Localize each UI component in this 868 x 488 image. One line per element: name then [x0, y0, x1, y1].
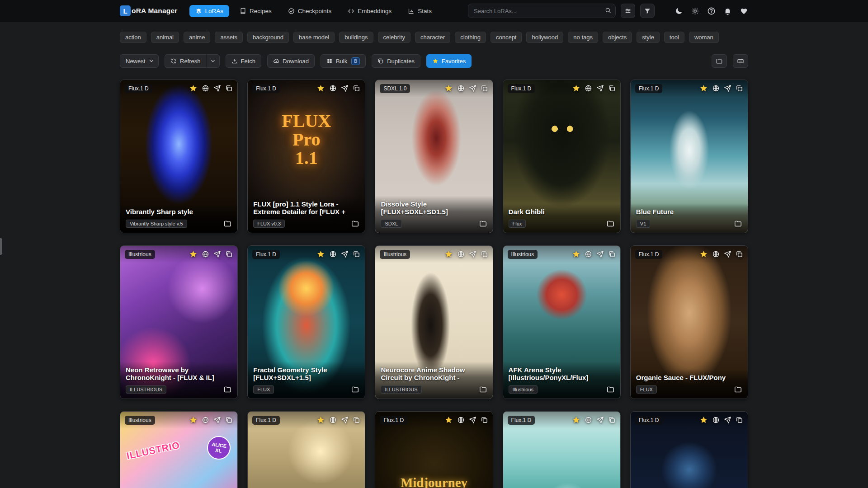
- tag-objects[interactable]: objects: [603, 32, 632, 43]
- tag-tool[interactable]: tool: [664, 32, 684, 43]
- lora-card[interactable]: Flux.1 DDark GhibliFlux: [503, 80, 621, 233]
- globe-icon[interactable]: [712, 84, 720, 92]
- copy-icon[interactable]: [608, 416, 616, 424]
- tag-character[interactable]: character: [415, 32, 450, 43]
- settings-button[interactable]: [691, 7, 699, 15]
- folder-icon[interactable]: [479, 219, 487, 228]
- fetch-button[interactable]: Fetch: [226, 54, 262, 68]
- globe-icon[interactable]: [329, 84, 337, 92]
- copy-icon[interactable]: [353, 250, 360, 258]
- lora-card[interactable]: IllustriousAFK Arena Style [Illustrious/…: [503, 245, 621, 399]
- folder-icon[interactable]: [606, 385, 615, 394]
- refresh-options-button[interactable]: [207, 54, 220, 68]
- support-button[interactable]: [740, 7, 748, 15]
- favorite-star-icon[interactable]: [316, 84, 325, 93]
- nav-recipes[interactable]: Recipes: [234, 5, 278, 17]
- tag-woman[interactable]: woman: [689, 32, 719, 43]
- favorite-star-icon[interactable]: [699, 250, 708, 258]
- folder-icon[interactable]: [351, 385, 359, 394]
- globe-icon[interactable]: [712, 250, 720, 258]
- globe-icon[interactable]: [457, 84, 465, 92]
- folder-icon[interactable]: [223, 385, 232, 394]
- nav-checkpoints[interactable]: Checkpoints: [282, 5, 337, 17]
- favorites-button[interactable]: Favorites: [426, 54, 472, 68]
- globe-icon[interactable]: [585, 416, 592, 424]
- tag-no-tags[interactable]: no tags: [568, 32, 598, 43]
- send-icon[interactable]: [469, 250, 476, 258]
- globe-icon[interactable]: [457, 250, 465, 258]
- send-icon[interactable]: [213, 84, 221, 92]
- favorite-star-icon[interactable]: [189, 84, 198, 93]
- send-icon[interactable]: [469, 84, 476, 92]
- copy-icon[interactable]: [736, 250, 743, 258]
- globe-icon[interactable]: [202, 416, 209, 424]
- lora-card[interactable]: SDXL 1.0Dissolve Style [FLUX+SDXL+SD1.5]…: [375, 80, 493, 233]
- copy-icon[interactable]: [353, 84, 360, 92]
- send-icon[interactable]: [213, 250, 221, 258]
- tag-concept[interactable]: concept: [491, 32, 522, 43]
- copy-icon[interactable]: [608, 84, 616, 92]
- tag-style[interactable]: style: [637, 32, 660, 43]
- tag-base-model[interactable]: base model: [293, 32, 335, 43]
- folder-icon[interactable]: [223, 219, 232, 228]
- globe-icon[interactable]: [712, 416, 720, 424]
- copy-icon[interactable]: [225, 250, 233, 258]
- lora-card[interactable]: Flux.1 D: [630, 411, 748, 488]
- copy-icon[interactable]: [481, 84, 488, 92]
- send-icon[interactable]: [596, 416, 604, 424]
- globe-icon[interactable]: [457, 416, 465, 424]
- copy-icon[interactable]: [225, 84, 233, 92]
- favorite-star-icon[interactable]: [316, 250, 325, 258]
- keyboard-shortcuts-button[interactable]: [733, 54, 748, 68]
- lora-card[interactable]: IllustriousNeurocore Anime Shadow Circui…: [375, 245, 493, 399]
- lora-card[interactable]: Flux.1 D: [503, 411, 621, 488]
- tag-anime[interactable]: anime: [184, 32, 210, 43]
- globe-icon[interactable]: [202, 84, 209, 92]
- tag-action[interactable]: action: [120, 32, 146, 43]
- search-input[interactable]: [468, 4, 616, 18]
- folder-icon[interactable]: [606, 219, 615, 228]
- folder-icon[interactable]: [734, 385, 742, 394]
- lora-card[interactable]: Flux.1 D: [247, 411, 365, 488]
- globe-icon[interactable]: [329, 250, 337, 258]
- lora-card[interactable]: Flux.1 DVibrantly Sharp styleVibrantly S…: [120, 80, 238, 233]
- scroll-indicator[interactable]: [0, 238, 2, 255]
- favorite-star-icon[interactable]: [316, 416, 325, 424]
- lora-card[interactable]: FLUX Pro 1.1Flux.1 DFLUX [pro] 1.1 Style…: [247, 80, 365, 233]
- bulk-button[interactable]: Bulk B: [321, 54, 366, 68]
- send-icon[interactable]: [724, 84, 731, 92]
- folder-view-button[interactable]: [712, 54, 727, 68]
- folder-icon[interactable]: [734, 219, 742, 228]
- globe-icon[interactable]: [585, 84, 592, 92]
- favorite-star-icon[interactable]: [189, 250, 198, 258]
- favorite-star-icon[interactable]: [572, 250, 580, 258]
- tag-assets[interactable]: assets: [215, 32, 243, 43]
- send-icon[interactable]: [596, 84, 604, 92]
- globe-icon[interactable]: [585, 250, 592, 258]
- copy-icon[interactable]: [736, 84, 743, 92]
- tag-buildings[interactable]: buildings: [339, 32, 373, 43]
- lora-card[interactable]: Flux.1 DFractal Geometry Style [FLUX+SDX…: [247, 245, 365, 399]
- globe-icon[interactable]: [202, 250, 209, 258]
- favorite-star-icon[interactable]: [572, 84, 580, 93]
- lora-card[interactable]: IllustriousNeon Retrowave by ChronoKnigh…: [120, 245, 238, 399]
- display-options-button[interactable]: [621, 4, 635, 18]
- filter-button[interactable]: [640, 4, 655, 18]
- nav-embeddings[interactable]: Embeddings: [342, 5, 397, 17]
- send-icon[interactable]: [341, 84, 349, 92]
- favorite-star-icon[interactable]: [444, 84, 453, 93]
- favorite-star-icon[interactable]: [444, 250, 453, 258]
- copy-icon[interactable]: [736, 416, 743, 424]
- refresh-button[interactable]: Refresh: [165, 54, 207, 68]
- copy-icon[interactable]: [481, 416, 488, 424]
- folder-icon[interactable]: [351, 219, 359, 228]
- send-icon[interactable]: [213, 416, 221, 424]
- duplicates-button[interactable]: Duplicates: [372, 54, 420, 68]
- favorite-star-icon[interactable]: [572, 416, 580, 424]
- favorite-star-icon[interactable]: [699, 416, 708, 424]
- folder-icon[interactable]: [479, 385, 487, 394]
- tag-hollywood[interactable]: hollywood: [526, 32, 563, 43]
- lora-card[interactable]: Midjourney meetsFlux.1 D: [375, 411, 493, 488]
- send-icon[interactable]: [596, 250, 604, 258]
- copy-icon[interactable]: [608, 250, 616, 258]
